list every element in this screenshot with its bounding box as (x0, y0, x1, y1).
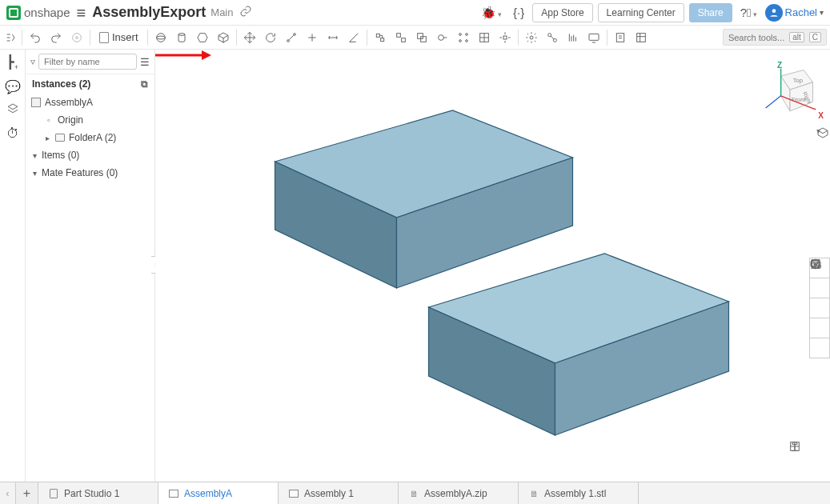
view-cube[interactable]: Top Front Right Z X (760, 62, 820, 123)
kbd-alt: alt (789, 32, 804, 42)
list-view-icon[interactable]: ☰ (140, 56, 150, 68)
tree-label: Items (0) (42, 150, 79, 161)
tree-item-items[interactable]: ▾ Items (0) (29, 146, 151, 164)
tab-assembly-1[interactable]: Assembly 1 (279, 482, 399, 504)
document-branch[interactable]: Main (211, 6, 233, 18)
tool-pattern2-icon[interactable] (474, 27, 495, 48)
view-menu-icon[interactable]: ▾ (816, 126, 820, 135)
tool-snap-icon[interactable] (281, 27, 302, 48)
model-render (155, 50, 830, 482)
insert-button[interactable]: Insert (93, 27, 145, 48)
help-icon[interactable]: ?⃝ (737, 6, 760, 19)
tree-item-folder[interactable]: ▸ FolderA (2) (29, 129, 151, 146)
tool-array-icon[interactable] (563, 27, 583, 48)
brand-logo[interactable]: onshape (6, 6, 70, 20)
rail-section-icon[interactable] (809, 298, 830, 318)
tab-zip[interactable]: 🗎 AssemblyA.zip (399, 482, 519, 504)
tree-item-origin[interactable]: ◦ Origin (29, 111, 151, 129)
svg-rect-8 (376, 34, 379, 37)
left-rail: ┣+ 💬 ⏱ (0, 50, 26, 482)
chevron-down-icon[interactable]: ▾ (30, 169, 38, 178)
assembly-icon (30, 97, 42, 108)
search-tools[interactable]: Search tools... alt C (723, 29, 827, 46)
funnel-icon[interactable]: ▿ (30, 56, 35, 67)
rail-comments-icon[interactable]: 💬 (5, 79, 21, 94)
tab-label: Part Studio 1 (64, 488, 119, 499)
mass-props-icon[interactable] (809, 440, 825, 456)
rail-clock-icon[interactable]: ⏱ (6, 126, 19, 141)
tab-part-studio-1[interactable]: Part Studio 1 (38, 482, 158, 504)
tool-sphere-icon[interactable] (150, 27, 171, 48)
chevron-right-icon[interactable]: ▸ (43, 134, 51, 142)
svg-point-21 (530, 36, 533, 39)
top-bar: onshape ≡ AssemblyExport Main 🐞 {·} App … (0, 0, 830, 26)
tool-fasten-icon[interactable] (370, 27, 391, 48)
tool-display-icon[interactable] (583, 27, 604, 48)
tab-label: Assembly 1 (304, 488, 354, 499)
svg-point-4 (156, 36, 165, 39)
svg-point-1 (73, 33, 82, 42)
hamburger-menu-icon[interactable]: ≡ (77, 5, 86, 21)
feature-panel: ▿ ☰ Instances (2) ⧉ AssemblyA ◦ Origin ▸… (26, 50, 155, 482)
filter-input[interactable] (38, 54, 137, 70)
tool-exploded-icon[interactable] (495, 27, 515, 48)
svg-marker-47 (202, 50, 211, 60)
svg-text:Top: Top (793, 77, 803, 84)
tab-scroll-left-icon[interactable]: ‹ (0, 482, 16, 504)
feature-tree: AssemblyA ◦ Origin ▸ FolderA (2) ▾ Items… (26, 94, 154, 182)
tool-distance-icon[interactable] (323, 27, 343, 48)
link-icon[interactable] (239, 5, 252, 20)
undo-icon[interactable] (25, 27, 46, 48)
tool-cube-icon[interactable] (213, 27, 234, 48)
tree-item-mates[interactable]: ▾ Mate Features (0) (29, 164, 151, 182)
svg-point-14 (438, 34, 443, 40)
user-menu[interactable]: Rachel ▾ (765, 4, 824, 22)
share-button[interactable]: Share (689, 3, 732, 22)
tool-gear-icon[interactable] (521, 27, 542, 48)
svg-point-7 (293, 33, 295, 35)
rail-versions-icon[interactable] (6, 102, 19, 118)
rail-add-icon[interactable]: ┣+ (6, 54, 18, 71)
tool-rotate-icon[interactable] (260, 27, 281, 48)
document-title[interactable]: AssemblyExport (92, 4, 206, 21)
svg-rect-25 (616, 33, 624, 42)
origin-icon: ◦ (43, 114, 54, 126)
rail-measure-icon[interactable] (809, 338, 830, 358)
rail-isometric-icon[interactable] (809, 278, 830, 298)
3d-canvas[interactable]: Top Front Right Z X ▾ (155, 50, 830, 482)
code-brackets-icon[interactable]: {·} (510, 6, 527, 19)
tool-cylinder-icon[interactable] (171, 27, 192, 48)
svg-point-5 (178, 33, 185, 35)
instances-header[interactable]: Instances (2) ⧉ (26, 74, 154, 94)
tab-stl[interactable]: 🗎 Assembly 1.stl (519, 482, 639, 504)
user-name: Rachel (785, 6, 817, 18)
tree-item-assembly[interactable]: AssemblyA (29, 94, 151, 111)
tab-assembly-a[interactable]: AssemblyA (158, 482, 279, 504)
tab-label: Assembly 1.stl (544, 488, 606, 499)
tool-pan-icon[interactable] (302, 27, 323, 48)
tree-toggle-icon[interactable] (3, 27, 19, 48)
svg-rect-24 (589, 34, 599, 40)
tool-pattern1-icon[interactable] (453, 27, 474, 48)
axis-z-label: Z (777, 61, 782, 70)
tool-angle-icon[interactable] (343, 27, 364, 48)
tool-move-icon[interactable] (239, 27, 260, 48)
app-store-button[interactable]: App Store (532, 3, 592, 22)
chevron-down-icon[interactable]: ▾ (30, 151, 38, 160)
add-instance-icon[interactable]: ⧉ (141, 78, 148, 90)
svg-rect-11 (401, 38, 405, 42)
bug-icon[interactable]: 🐞 (478, 6, 505, 20)
learning-center-button[interactable]: Learning Center (598, 3, 684, 22)
target-icon[interactable] (66, 27, 87, 48)
tool-hex-icon[interactable] (192, 27, 213, 48)
tool-relation-icon[interactable] (542, 27, 563, 48)
tool-tangent-icon[interactable] (432, 27, 453, 48)
rail-named-views-icon[interactable] (809, 318, 830, 338)
redo-icon[interactable] (46, 27, 66, 48)
tool-group-icon[interactable] (391, 27, 411, 48)
tool-note-icon[interactable] (610, 27, 631, 48)
tool-bom-icon[interactable] (631, 27, 652, 48)
svg-rect-12 (417, 33, 423, 38)
tool-replicate-icon[interactable] (411, 27, 432, 48)
add-tab-button[interactable]: + (16, 482, 38, 504)
